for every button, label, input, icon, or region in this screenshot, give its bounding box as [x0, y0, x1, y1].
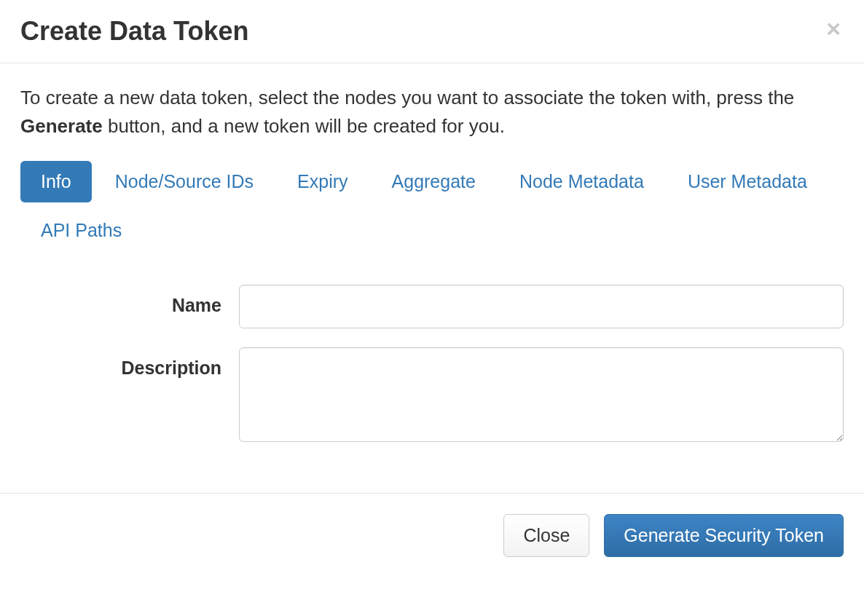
intro-text: To create a new data token, select the n… — [20, 84, 844, 141]
description-input[interactable] — [239, 347, 844, 442]
description-label: Description — [20, 347, 239, 379]
description-field-wrap — [239, 347, 844, 445]
modal-header: Create Data Token × — [0, 0, 864, 63]
generate-security-token-button[interactable]: Generate Security Token — [604, 514, 844, 557]
name-input[interactable] — [239, 285, 844, 328]
intro-post: button, and a new token will be created … — [103, 115, 505, 137]
tab-node-source-ids[interactable]: Node/Source IDs — [95, 161, 274, 202]
close-icon[interactable]: × — [823, 16, 844, 41]
form-row-description: Description — [20, 347, 844, 445]
name-label: Name — [20, 285, 239, 316]
tab-aggregate[interactable]: Aggregate — [372, 161, 496, 202]
intro-pre: To create a new data token, select the n… — [20, 87, 794, 108]
close-button[interactable]: Close — [503, 514, 589, 557]
tab-user-metadata[interactable]: User Metadata — [667, 161, 828, 202]
tab-expiry[interactable]: Expiry — [277, 161, 368, 202]
modal-footer: Close Generate Security Token — [0, 493, 864, 577]
tab-node-metadata[interactable]: Node Metadata — [499, 161, 664, 202]
tab-api-paths[interactable]: API Paths — [20, 210, 142, 251]
form-row-name: Name — [20, 285, 844, 328]
tab-bar: Info Node/Source IDs Expiry Aggregate No… — [20, 161, 844, 258]
create-data-token-modal: Create Data Token × To create a new data… — [0, 0, 864, 577]
intro-bold: Generate — [20, 115, 103, 137]
modal-body: To create a new data token, select the n… — [0, 63, 864, 493]
modal-title: Create Data Token — [20, 16, 248, 47]
tab-info[interactable]: Info — [20, 161, 92, 202]
name-field-wrap — [239, 285, 844, 328]
